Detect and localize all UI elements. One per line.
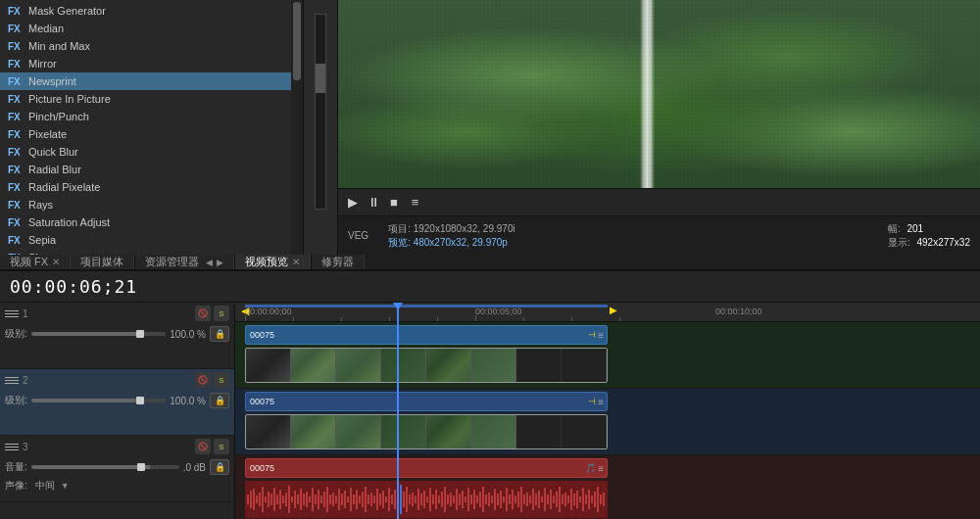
scrollbar-thumb[interactable] — [316, 64, 325, 93]
thumb-6 — [471, 349, 516, 382]
playhead[interactable] — [397, 303, 399, 519]
effect-item-mask-generator[interactable]: FXMask Generator — [0, 2, 291, 20]
effect-item-rays[interactable]: FXRays — [0, 196, 291, 213]
track-1-menu[interactable] — [5, 307, 19, 320]
track-1-solo[interactable]: S — [214, 306, 229, 321]
track-3-menu[interactable] — [5, 440, 19, 453]
svg-rect-98 — [512, 490, 514, 509]
tab-video-preview[interactable]: 视频预览 ✕ — [235, 255, 311, 269]
track-3-pan: 声像: 中间 ▼ — [5, 477, 229, 495]
svg-rect-112 — [553, 495, 555, 503]
svg-rect-129 — [603, 493, 605, 506]
stop-button[interactable]: ■ — [390, 195, 398, 210]
pause-button[interactable]: ⏸ — [368, 195, 380, 210]
tab-resource-nav-fwd[interactable]: ▶ — [217, 258, 223, 267]
tab-video-preview-label: 视频预览 — [245, 255, 288, 269]
effect-item-picture-in-picture[interactable]: FXPicture In Picture — [0, 90, 291, 108]
effect-item-radial-pixelate[interactable]: FXRadial Pixelate — [0, 178, 291, 196]
svg-rect-20 — [282, 495, 284, 503]
effect-item-newsprint[interactable]: FXNewsprint — [0, 72, 291, 90]
tab-trimmer-label: 修剪器 — [321, 255, 354, 269]
svg-rect-21 — [285, 493, 287, 506]
track-2-mute[interactable] — [195, 372, 211, 388]
svg-rect-90 — [488, 493, 490, 506]
effect-item-min-and-max[interactable]: FXMin and Max — [0, 37, 291, 55]
effects-scrollbar[interactable] — [291, 0, 303, 255]
svg-rect-79 — [456, 489, 458, 510]
menu-button[interactable]: ≡ — [412, 195, 419, 210]
track-3-menu-icon[interactable]: ≡ — [598, 463, 604, 474]
track-3-solo[interactable]: S — [214, 439, 229, 454]
vertical-scrollbar[interactable] — [315, 14, 326, 210]
effect-item-saturation-adjust[interactable]: FXSaturation Adjust — [0, 213, 291, 231]
track-3-clip-label[interactable]: 00075 🎵 ≡ — [245, 458, 608, 478]
effect-item-radial-blur[interactable]: FXRadial Blur — [0, 161, 291, 178]
svg-rect-119 — [573, 494, 575, 505]
track-1-clip-label[interactable]: 00075 ⊣ ≡ — [245, 325, 608, 345]
tab-trimmer[interactable]: 修剪器 — [312, 255, 365, 269]
track-2-level-label: 级别: — [5, 394, 27, 407]
svg-rect-128 — [600, 495, 602, 504]
tab-video-fx[interactable]: 视频 FX ✕ — [0, 255, 71, 269]
effect-item-pixelate[interactable]: FXPixelate — [0, 125, 291, 143]
display-label: 显示: — [888, 237, 910, 248]
play-button[interactable]: ▶ — [348, 195, 358, 210]
svg-rect-13 — [262, 487, 264, 512]
display-row: 显示: 492x277x32 — [888, 236, 970, 250]
track-3-clip-name: 00075 — [246, 463, 274, 473]
svg-rect-31 — [315, 495, 317, 504]
track-3-pan-arrow[interactable]: ▼ — [61, 481, 70, 491]
track-1-level-slider[interactable] — [31, 332, 167, 336]
svg-rect-122 — [582, 488, 584, 511]
video-preview — [338, 0, 980, 188]
track-1-clip-icons: ⊣ ≡ — [588, 330, 604, 341]
track-2-clip-label[interactable]: 00075 ⊣ ≡ — [245, 392, 608, 411]
effect-item-pinch-punch[interactable]: FXPinch/Punch — [0, 108, 291, 125]
track-2-level-slider[interactable] — [31, 399, 167, 402]
track-3-control: 3 S 音量: .0 dB — [0, 436, 234, 502]
effects-scroll-thumb[interactable] — [293, 2, 301, 80]
effect-item-mirror[interactable]: FXMirror — [0, 55, 291, 72]
effect-label: Pixelate — [28, 128, 67, 140]
effect-item-quick-blur[interactable]: FXQuick Blur — [0, 143, 291, 161]
svg-rect-41 — [344, 491, 346, 508]
track-1-mute[interactable] — [195, 306, 211, 321]
fx-badge: FX — [8, 6, 24, 17]
track-3-volume-slider[interactable] — [31, 465, 179, 469]
tab-project-media-label: 项目媒体 — [80, 255, 123, 269]
track-1-lock[interactable]: 🔒 — [210, 326, 229, 342]
track-2-level-value: 100.0 % — [170, 396, 206, 406]
tab-video-preview-close[interactable]: ✕ — [292, 257, 300, 267]
track-2-solo[interactable]: S — [214, 372, 229, 388]
track-2-menu[interactable] — [5, 373, 19, 387]
tab-resource-nav-back[interactable]: ◀ — [206, 258, 213, 267]
svg-rect-109 — [544, 488, 546, 511]
svg-rect-121 — [579, 496, 581, 502]
svg-line-5 — [200, 377, 206, 383]
effect-label: Pinch/Punch — [28, 111, 89, 122]
fx-badge: FX — [8, 41, 24, 52]
track-2-clip-thumb[interactable] — [245, 414, 608, 449]
track-1-menu-icon[interactable]: ≡ — [598, 330, 604, 341]
preview-panel: ▶ ⏸ ■ ≡ VEG 项目: 1920x1080x32, 29.970i 预览… — [338, 0, 980, 255]
ruler-marker-0: 00:00:00;00 — [245, 307, 292, 316]
effect-item-sharpen[interactable]: FXSharpen — [0, 249, 291, 255]
tab-resource-manager[interactable]: 资源管理器 ◀ ▶ — [135, 255, 234, 269]
tab-video-fx-close[interactable]: ✕ — [52, 257, 60, 267]
track-3-icons: S — [195, 439, 229, 454]
svg-rect-59 — [394, 490, 396, 509]
svg-rect-40 — [341, 494, 343, 505]
tab-project-media[interactable]: 项目媒体 — [71, 255, 134, 269]
effect-item-sepia[interactable]: FXSepia — [0, 231, 291, 249]
track-3-lock[interactable]: 🔒 — [210, 459, 229, 475]
track-2-lock[interactable]: 🔒 — [210, 393, 229, 408]
svg-rect-61 — [403, 492, 405, 507]
waveform-svg — [245, 481, 608, 518]
track-2-menu-icon[interactable]: ≡ — [598, 397, 604, 407]
effect-item-median[interactable]: FXMedian — [0, 20, 291, 37]
svg-rect-91 — [491, 495, 493, 503]
track-1-clip-thumb[interactable] — [245, 348, 608, 383]
effect-label: Newsprint — [28, 75, 76, 87]
svg-rect-14 — [265, 496, 267, 502]
track-3-mute[interactable] — [195, 439, 211, 454]
